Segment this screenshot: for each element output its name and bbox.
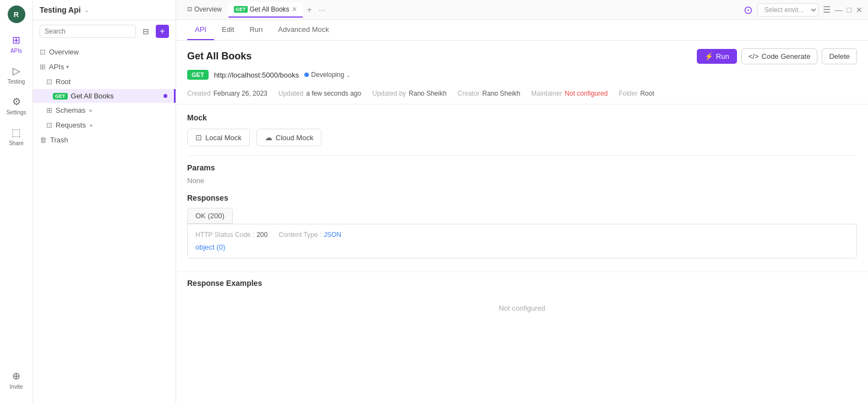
params-section: Params None <box>176 156 868 194</box>
response-examples-title: Response Examples <box>187 279 857 288</box>
settings-icon: ⚙ <box>12 96 21 108</box>
method-badge: GET <box>187 70 209 80</box>
cloud-mock-icon: ☁ <box>265 133 272 142</box>
api-tab-edit[interactable]: Edit <box>214 20 242 40</box>
tab-right-icons: ⊙ Select envir... ☰ — □ ✕ <box>744 3 862 16</box>
meta-created: Created February 26, 2023 <box>187 90 268 97</box>
nav-item-get-all-books[interactable]: GET Get All Books <box>33 89 176 103</box>
response-object[interactable]: object (0) <box>195 243 849 251</box>
schemas-icon: ⊞ <box>46 106 52 114</box>
nav-item-trash[interactable]: 🗑 Trash <box>33 133 176 147</box>
apis-icon: ⊞ <box>12 34 20 46</box>
sidebar-item-share[interactable]: ⬚ Share <box>2 122 31 151</box>
user-icon: ⊙ <box>744 3 753 16</box>
meta-maintainer: Maintainer Not configured <box>531 90 608 97</box>
meta-creator: Creator Rano Sheikh <box>457 90 520 97</box>
params-none: None <box>187 176 857 185</box>
tab-more-button[interactable]: ··· <box>316 5 327 14</box>
code-icon: </> <box>749 52 759 60</box>
nav-item-apis[interactable]: ⊞ APIs ▾ <box>33 59 176 74</box>
requests-icon: ⊡ <box>46 121 52 129</box>
cloud-mock-button[interactable]: ☁ Cloud Mock <box>256 129 322 146</box>
nav-items: ⊡ Overview ⊞ APIs ▾ ⊡ Root GET Get All B… <box>33 42 176 150</box>
trash-icon: 🗑 <box>40 136 47 144</box>
tab-add-button[interactable]: + <box>304 5 315 15</box>
delete-button[interactable]: Delete <box>822 48 857 64</box>
trash-label: Trash <box>50 136 68 144</box>
meta-updated: Updated a few seconds ago <box>279 90 361 97</box>
overview-label: Overview <box>49 48 79 56</box>
invite-icon: ⊕ <box>12 370 20 382</box>
tab-close-icon[interactable]: ✕ <box>292 5 297 13</box>
response-meta: HTTP Status Code : 200 Content Type : JS… <box>195 231 849 239</box>
search-input[interactable] <box>40 25 136 38</box>
close-icon[interactable]: ✕ <box>856 5 862 14</box>
api-tab-run[interactable]: Run <box>242 20 270 40</box>
env-chevron-icon: ⌄ <box>346 72 351 78</box>
env-select[interactable]: Select envir... <box>757 3 818 16</box>
minimize-icon[interactable]: — <box>835 5 843 14</box>
url-text: http://localhost:5000/books <box>214 71 299 79</box>
folder-icon: ⊡ <box>46 78 52 86</box>
get-method-badge: GET <box>53 93 68 100</box>
filter-icon[interactable]: ⊟ <box>140 26 151 37</box>
apis-label: APIs <box>49 63 64 71</box>
url-row: GET http://localhost:5000/books Developi… <box>176 70 868 86</box>
sidebar-item-apis[interactable]: ⊞ APIs <box>2 30 31 58</box>
tab-overview[interactable]: ⊡ Overview <box>182 2 227 18</box>
sidebar-icons: R ⊞ APIs ▷ Testing ⚙ Settings ⬚ Share ⊕ … <box>0 0 33 403</box>
meta-folder: Folder Root <box>619 90 654 97</box>
meta-updated-by: Updated by Rano Sheikh <box>372 90 446 97</box>
sidebar-item-settings[interactable]: ⚙ Settings <box>2 91 31 120</box>
content-area: API Edit Run Advanced Mock Get All Books… <box>176 20 868 403</box>
sidebar-item-testing[interactable]: ▷ Testing <box>2 60 31 89</box>
overview-icon: ⊡ <box>40 48 46 56</box>
app-title: Testing Api <box>40 5 81 14</box>
tab-get-badge: GET <box>234 6 248 13</box>
code-generate-button[interactable]: </> Code Generate <box>741 48 818 64</box>
api-tabs: API Edit Run Advanced Mock <box>176 20 868 41</box>
tab-overview-icon: ⊡ <box>187 5 192 13</box>
response-status: HTTP Status Code : 200 <box>195 231 268 239</box>
response-examples-section: Response Examples Not configured <box>176 272 868 332</box>
apis-chevron-icon: ▾ <box>66 64 69 70</box>
api-tab-advanced-mock[interactable]: Advanced Mock <box>270 20 337 40</box>
schemas-chevron: ▸ <box>90 107 92 113</box>
nav-header: Testing Api ⌄ <box>33 0 176 20</box>
local-mock-icon: ⊡ <box>195 133 202 142</box>
mock-section: Mock ⊡ Local Mock ☁ Cloud Mock <box>176 104 868 155</box>
nav-item-root[interactable]: ⊡ Root <box>33 74 176 89</box>
api-tab-api[interactable]: API <box>187 20 214 40</box>
env-badge[interactable]: Developing ⌄ <box>304 71 351 79</box>
maximize-icon[interactable]: □ <box>847 5 851 14</box>
active-dot <box>163 94 167 98</box>
title-chevron-icon: ⌄ <box>84 7 89 14</box>
page-title-row: Get All Books ⚡ Run </> Code Generate De… <box>176 41 868 70</box>
add-button[interactable]: + <box>156 25 169 38</box>
share-icon: ⬚ <box>12 126 21 139</box>
nav-search-row: ⊟ + <box>33 20 176 42</box>
tab-get-all-books[interactable]: GET Get All Books ✕ <box>228 2 303 18</box>
response-content-type: Content Type : JSON <box>279 231 341 239</box>
response-body: HTTP Status Code : 200 Content Type : JS… <box>187 224 857 258</box>
menu-icon[interactable]: ☰ <box>823 4 831 15</box>
main-content: ⊡ Overview GET Get All Books ✕ + ··· ⊙ S… <box>176 0 868 403</box>
params-title: Params <box>187 163 857 172</box>
sidebar-item-invite[interactable]: ⊕ Invite <box>2 366 31 394</box>
run-icon: ⚡ <box>705 52 713 60</box>
response-tab-ok[interactable]: OK (200) <box>187 208 233 224</box>
get-all-books-label: Get All Books <box>71 92 114 100</box>
run-button[interactable]: ⚡ Run <box>697 49 737 64</box>
title-actions: ⚡ Run </> Code Generate Delete <box>697 48 857 64</box>
testing-icon: ▷ <box>13 65 20 77</box>
local-mock-button[interactable]: ⊡ Local Mock <box>187 129 250 146</box>
responses-section: Responses OK (200) HTTP Status Code : 20… <box>176 194 868 267</box>
nav-item-requests[interactable]: ⊡ Requests ▸ <box>33 118 176 133</box>
nav-item-overview[interactable]: ⊡ Overview <box>33 45 176 59</box>
nav-item-schemas[interactable]: ⊞ Schemas ▸ <box>33 103 176 118</box>
schemas-label: Schemas <box>56 106 85 114</box>
mock-section-title: Mock <box>187 113 857 122</box>
meta-row: Created February 26, 2023 Updated a few … <box>176 86 868 104</box>
requests-chevron: ▸ <box>90 122 93 128</box>
avatar: R <box>8 5 25 23</box>
